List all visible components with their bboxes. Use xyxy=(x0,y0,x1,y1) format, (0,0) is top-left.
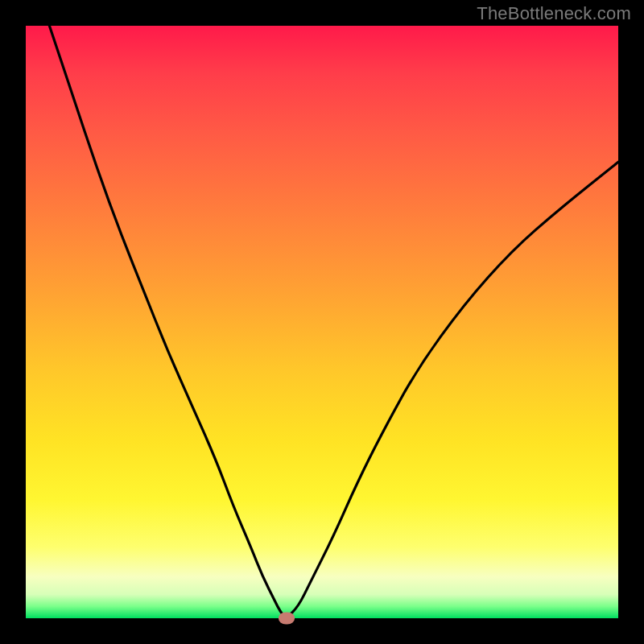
minimum-marker xyxy=(279,613,295,625)
bottleneck-curve xyxy=(26,26,618,618)
plot-area xyxy=(26,26,618,618)
chart-frame: TheBottleneck.com xyxy=(0,0,644,644)
watermark-text: TheBottleneck.com xyxy=(477,3,631,24)
